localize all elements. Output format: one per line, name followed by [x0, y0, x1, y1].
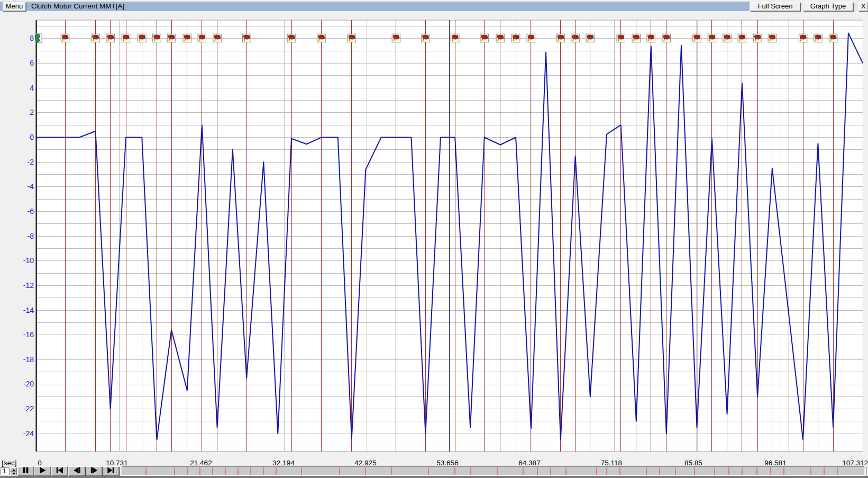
svg-text:2: 2 — [30, 108, 34, 116]
svg-text:-10: -10 — [23, 256, 34, 265]
svg-text:-6: -6 — [28, 207, 34, 215]
svg-text:-18: -18 — [23, 355, 34, 364]
svg-text:-22: -22 — [23, 404, 34, 413]
svg-text:75.118: 75.118 — [601, 459, 622, 467]
svg-text:32.194: 32.194 — [272, 459, 295, 467]
svg-text:85.85: 85.85 — [684, 459, 702, 467]
svg-text:4: 4 — [30, 84, 34, 92]
svg-text:96.581: 96.581 — [764, 459, 786, 467]
svg-text:64.387: 64.387 — [518, 459, 540, 467]
svg-text:[sec]: [sec] — [2, 459, 17, 467]
svg-text:21.462: 21.462 — [190, 459, 212, 467]
svg-text:10.731: 10.731 — [106, 459, 127, 467]
svg-text:-24: -24 — [23, 429, 34, 438]
svg-text:-20: -20 — [23, 380, 34, 388]
svg-text:0: 0 — [30, 133, 34, 141]
svg-text:-16: -16 — [23, 330, 34, 339]
svg-text:-8: -8 — [28, 232, 34, 240]
svg-text:107.312: 107.312 — [842, 459, 868, 467]
svg-text:42.925: 42.925 — [354, 459, 376, 467]
svg-text:6: 6 — [30, 59, 34, 67]
svg-text:-2: -2 — [28, 158, 34, 166]
svg-text:53.656: 53.656 — [436, 459, 458, 467]
svg-text:8: 8 — [30, 34, 34, 42]
svg-text:-12: -12 — [23, 281, 34, 290]
svg-text:-14: -14 — [23, 306, 34, 314]
svg-text:-4: -4 — [28, 182, 34, 191]
svg-text:0: 0 — [38, 459, 42, 467]
